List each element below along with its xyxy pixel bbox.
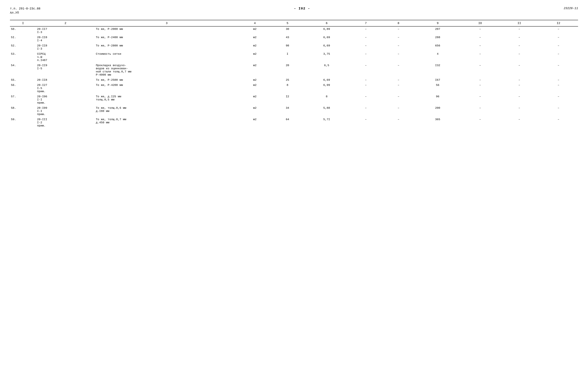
table-cell: 56. (10, 82, 36, 94)
table-cell: 8 (271, 82, 304, 94)
table-cell: 52. (10, 43, 36, 52)
table-cell: 8 (304, 94, 350, 106)
table-cell: 20 (271, 63, 304, 78)
table-cell: – (500, 43, 539, 52)
table-cell: м2 (238, 35, 271, 43)
table-cell: – (460, 63, 500, 78)
table-cell: 5I. (10, 35, 36, 43)
table-cell: То же, толщ.0,7 мм д.450 мм (95, 117, 238, 128)
table-cell: 365 (415, 117, 460, 128)
table-cell: 5,88 (304, 106, 350, 117)
table-cell: 30 (271, 26, 304, 35)
table-cell: 5,7I (304, 117, 350, 128)
table-cell: м2 (238, 106, 271, 117)
table-cell: – (539, 82, 578, 94)
table-cell: – (350, 82, 382, 94)
table-row: 54.20-II9 I-5Прокладка воздухо- водов из… (10, 63, 578, 78)
doc-ref-line2: Ал.УП (10, 11, 41, 15)
table-cell: – (460, 106, 500, 117)
table-cell: – (539, 35, 578, 43)
table-cell: 59. (10, 117, 36, 128)
table-cell: – (500, 52, 539, 63)
table-cell: То же, Р-2400 мм (95, 35, 238, 43)
table-cell: 20-I27 I-5 прим. (36, 82, 95, 94)
table-cell: 6,89 (304, 26, 350, 35)
table-row: 5I.20-II8 I-4То же, Р-2400 ммм2436,69––2… (10, 35, 578, 43)
col-header-4: 4 (238, 20, 271, 26)
table-cell: – (539, 43, 578, 52)
table-cell: – (460, 35, 500, 43)
col-header-10: IO (460, 20, 500, 26)
table-cell: – (460, 117, 500, 128)
table-cell: I67 (415, 78, 460, 82)
table-cell: м2 (238, 43, 271, 52)
table-cell: 43 (271, 35, 304, 43)
header-left: т.п. 291-8-23с.88 Ал.УП (10, 7, 41, 15)
table-row: 55.20-II8То же, Р-2500 ммм2256,69––I67––… (10, 78, 578, 82)
table-cell: 56 (415, 82, 460, 94)
table-cell: – (539, 78, 578, 82)
col-header-8: 8 (382, 20, 415, 26)
col-header-6: 6 (304, 20, 350, 26)
table-cell: – (539, 63, 578, 78)
table-cell: 64 (271, 117, 304, 128)
table-cell: – (460, 82, 500, 94)
table-cell: – (350, 52, 382, 63)
table-row: 56.20-I27 I-5 прим.То же, Р-4200 ммм286,… (10, 82, 578, 94)
table-cell: 6,69 (304, 35, 350, 43)
table-cell: – (460, 43, 500, 52)
table-cell: – (539, 94, 578, 106)
col-header-11: II (500, 20, 539, 26)
main-table: I 2 3 4 5 6 7 8 9 IO II I2 50.20-II7 I-3… (10, 20, 578, 128)
table-cell: 57. (10, 94, 36, 106)
table-cell: 20-II8 (36, 78, 95, 82)
table-cell: I32 (415, 63, 460, 78)
col-header-1: I (10, 20, 36, 26)
table-cell: 96 (415, 94, 460, 106)
table-cell: – (382, 26, 415, 35)
table-cell: м2 (238, 117, 271, 128)
table-cell: – (350, 63, 382, 78)
table-cell: 25 (271, 78, 304, 82)
table-cell: – (500, 117, 539, 128)
col-header-12: I2 (539, 20, 578, 26)
table-cell: То же, толщ.0,6 мм д.I80 мм (95, 106, 238, 117)
table-cell: 20-II8 I-4 (36, 35, 95, 43)
col-header-7: 7 (350, 20, 382, 26)
table-cell: 6,99 (304, 82, 350, 94)
table-cell: – (500, 94, 539, 106)
table-cell: – (350, 117, 382, 128)
table-cell: – (500, 106, 539, 117)
table-cell: – (350, 26, 382, 35)
table-cell: – (460, 26, 500, 35)
table-cell: – (460, 78, 500, 82)
table-cell: м2 (238, 26, 271, 35)
table-cell: 53. (10, 52, 36, 63)
table-cell: 20-II7 I-3 (36, 26, 95, 35)
table-cell: 6,69 (304, 43, 350, 52)
doc-ref-line1: т.п. 291-8-23с.88 (10, 7, 41, 11)
table-cell: 34 (271, 106, 304, 117)
table-cell: Прокладка воздухо- водов из оцинкован- н… (95, 63, 238, 78)
table-cell: – (460, 52, 500, 63)
col-header-2: 2 (36, 20, 95, 26)
table-cell: – (539, 26, 578, 35)
table-cell: – (382, 106, 415, 117)
table-cell: – (539, 52, 578, 63)
table-cell: То же, Р-2000 мм (95, 26, 238, 35)
table-cell: – (460, 94, 500, 106)
table-cell: – (382, 82, 415, 94)
table-cell: То же, д.I25 мм толщ.0,5 мм (95, 94, 238, 106)
table-cell: 200 (415, 106, 460, 117)
table-cell: 207 (415, 26, 460, 35)
table-cell: – (500, 63, 539, 78)
table-cell: 58. (10, 106, 36, 117)
table-cell: 20-I06 I-I прим. (36, 94, 95, 106)
table-cell: 55. (10, 78, 36, 82)
table-cell: То же, Р-2800 мм (95, 43, 238, 52)
table-cell: 6,5 (304, 63, 350, 78)
table-cell: м2 (238, 94, 271, 106)
table-cell: 20-I09 I-I прим. (36, 106, 95, 117)
table-cell: То же, Р-2500 мм (95, 78, 238, 82)
table-cell: – (350, 94, 382, 106)
